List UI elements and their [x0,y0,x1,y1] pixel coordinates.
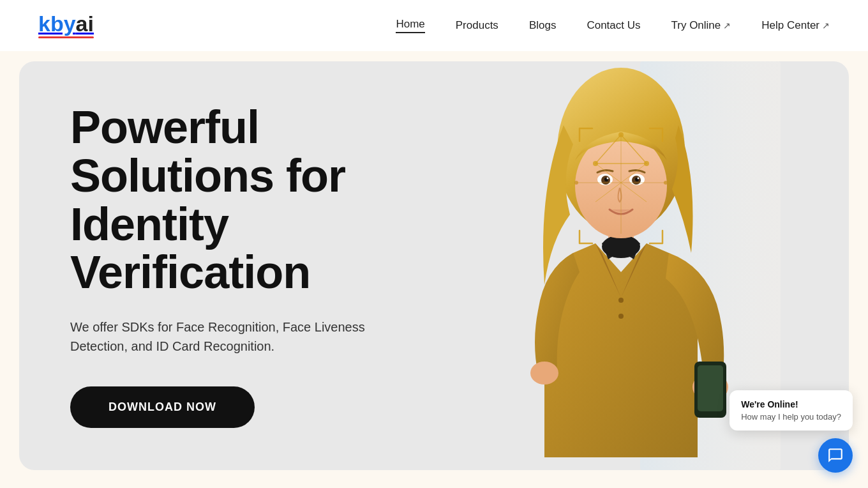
svg-point-27 [574,181,578,185]
svg-point-3 [602,235,640,258]
chat-help-text: How may I help you today? [741,412,841,422]
hero-content: Powerful Solutions for Identity Verifica… [19,61,466,470]
chat-icon [827,447,844,464]
external-link-icon-2: ↗ [822,20,830,31]
svg-point-28 [664,181,668,185]
chat-bubble: We're Online! How may I help you today? [730,390,853,431]
external-link-icon: ↗ [723,20,731,31]
svg-rect-9 [698,365,723,411]
logo-ai: ai [76,13,94,34]
nav-try-online[interactable]: Try Online ↗ [671,19,731,32]
hero-subtitle: We offer SDKs for Face Recognition, Face… [70,317,389,356]
svg-point-25 [593,161,598,166]
svg-point-26 [644,161,649,166]
svg-point-10 [530,362,558,385]
hero-section: Powerful Solutions for Identity Verifica… [19,61,849,470]
chat-online-label: We're Online! [741,399,841,409]
svg-rect-4 [618,298,624,303]
nav-home[interactable]: Home [396,18,424,33]
svg-rect-5 [618,314,624,319]
header: kbyai Home Products Blogs Contact Us Try… [0,0,868,51]
download-button[interactable]: DOWNLOAD NOW [70,386,255,428]
hero-title: Powerful Solutions for Identity Verifica… [70,103,415,296]
nav: Home Products Blogs Contact Us Try Onlin… [396,18,830,33]
svg-point-18 [606,178,608,179]
nav-contact[interactable]: Contact Us [587,19,640,32]
nav-products[interactable]: Products [456,19,498,32]
svg-point-19 [637,178,639,179]
chat-widget: We're Online! How may I help you today? [730,390,853,473]
nav-blogs[interactable]: Blogs [529,19,557,32]
chat-open-button[interactable] [818,438,853,473]
logo[interactable]: kbyai [38,13,94,38]
nav-help-center[interactable]: Help Center ↗ [761,19,830,32]
logo-kby: kby [38,13,76,34]
svg-point-24 [618,132,624,137]
